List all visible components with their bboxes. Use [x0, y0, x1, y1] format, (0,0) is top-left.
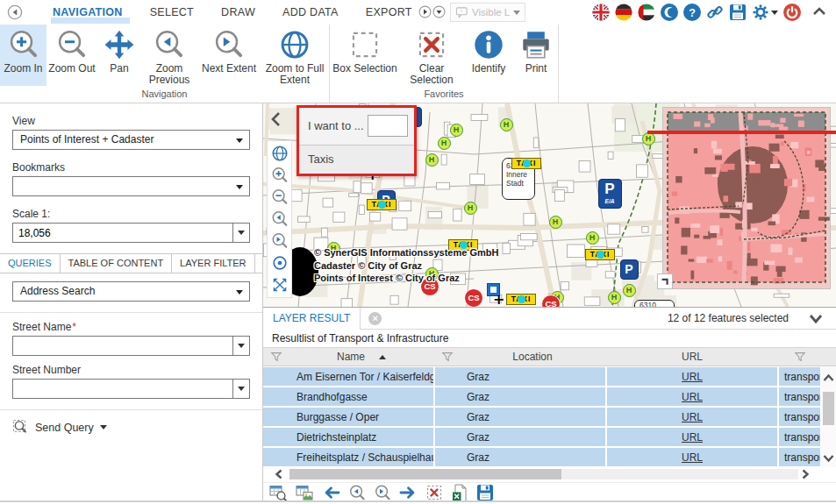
collapse-result-icon[interactable] — [808, 313, 824, 324]
scroll-down-icon[interactable] — [821, 453, 836, 464]
box-selection-button[interactable]: Box Selection — [330, 25, 400, 86]
menu-item-export[interactable]: EXPORT — [364, 1, 414, 24]
night-mode-icon[interactable] — [661, 4, 678, 21]
zoom-to-results-icon[interactable] — [269, 484, 288, 502]
table-row[interactable]: Freiheitsplatz / SchauspielhausGrazURLtr… — [263, 448, 820, 466]
transit-stop-marker[interactable]: H — [450, 124, 463, 137]
previous-result-icon[interactable] — [348, 484, 366, 501]
transit-stop-marker[interactable]: H — [549, 216, 562, 229]
carsharing-marker[interactable]: CS — [464, 288, 483, 307]
street-name-input[interactable] — [12, 336, 232, 356]
column-header-location[interactable]: Location — [460, 348, 605, 366]
table-row[interactable]: DietrichsteinplatzGrazURLtransport — [263, 428, 820, 446]
menu-dropdown-icon[interactable] — [432, 5, 446, 18]
map-canvas[interactable]: HHHHHHHHHHHHHPE/APPPCSCSCSTAXITAXITAXITA… — [263, 103, 836, 307]
tab-table-of-content[interactable]: TABLE OF CONTENT — [61, 254, 173, 273]
taxi-marker[interactable]: TAXI — [367, 199, 397, 210]
street-number-input[interactable] — [12, 379, 232, 399]
map-zoom-in-icon[interactable] — [271, 167, 289, 184]
taxi-marker[interactable]: TAXI — [506, 294, 536, 305]
filter-icon[interactable] — [441, 351, 454, 363]
zoom-in-button[interactable]: Zoom In — [0, 25, 46, 86]
menu-item-navigation[interactable]: NAVIGATION — [51, 1, 125, 24]
parking-marker[interactable]: P — [620, 259, 639, 280]
column-header-url[interactable]: URL — [607, 348, 777, 366]
zoom-previous-button[interactable]: Zoom Previous — [141, 25, 197, 86]
taxi-marker[interactable]: TAXI — [585, 249, 615, 260]
filter-icon[interactable] — [270, 351, 282, 363]
next-extent-button[interactable]: Next Extent — [197, 25, 261, 86]
url-link[interactable]: URL — [682, 391, 703, 403]
back-icon[interactable] — [7, 4, 23, 20]
bookmarks-select[interactable] — [12, 176, 250, 196]
scrollbar-thumb[interactable] — [823, 392, 834, 425]
save-results-icon[interactable] — [476, 484, 494, 501]
street-number-dropdown-button[interactable] — [232, 379, 250, 399]
transit-stop-marker[interactable]: H — [500, 118, 513, 131]
menu-item-add-data[interactable]: ADD DATA — [281, 1, 340, 24]
scroll-right-icon[interactable] — [800, 468, 811, 480]
crosshair-marker[interactable]: + — [493, 295, 504, 305]
overview-collapse-icon[interactable] — [657, 273, 673, 289]
collapse-panel-icon[interactable] — [269, 110, 282, 128]
transit-stop-marker[interactable]: H — [623, 284, 636, 297]
parking-marker[interactable]: PE/A — [598, 179, 622, 209]
i-want-to-item-taxis[interactable]: Taxis — [299, 145, 414, 174]
zoom-out-button[interactable]: Zoom Out — [46, 25, 97, 86]
table-row[interactable]: Burggasse / OperGrazURLtransport — [263, 408, 820, 426]
clear-result-selection-icon[interactable] — [425, 484, 443, 501]
transit-stop-marker[interactable]: H — [464, 202, 477, 215]
scale-dropdown-button[interactable] — [232, 223, 250, 243]
next-result-icon[interactable] — [374, 484, 391, 501]
filter-icon[interactable] — [794, 351, 806, 363]
menu-item-select[interactable]: SELECT — [148, 1, 196, 24]
visible-layers-dropdown[interactable]: Visible Layers — [450, 3, 525, 22]
help-icon[interactable]: ? — [683, 4, 701, 21]
save-session-icon[interactable] — [729, 4, 747, 21]
i-want-to-input[interactable] — [368, 115, 408, 137]
share-link-icon[interactable] — [706, 4, 724, 21]
url-link[interactable]: URL — [682, 451, 703, 464]
overview-globe-icon[interactable] — [271, 145, 289, 162]
fullscreen-icon[interactable] — [271, 276, 289, 294]
send-query-button[interactable]: Send Query — [12, 419, 107, 436]
map-zoom-previous-icon[interactable] — [271, 210, 289, 228]
transit-stop-marker[interactable]: H — [642, 132, 655, 146]
language-german-flag-icon[interactable] — [615, 4, 632, 21]
center-map-icon[interactable] — [271, 254, 289, 272]
url-link[interactable]: URL — [682, 371, 703, 383]
logout-power-icon[interactable] — [783, 4, 801, 21]
url-link[interactable]: URL — [682, 411, 703, 423]
query-type-select[interactable]: Address Search — [12, 281, 250, 302]
url-link[interactable]: URL — [682, 431, 703, 444]
taxi-marker[interactable]: TAXI — [511, 158, 541, 169]
table-row[interactable]: Am Eisernen Tor / KaiserfeldgasseGrazURL… — [263, 367, 820, 386]
tab-queries[interactable]: QUERIES — [0, 254, 61, 273]
layer-result-tab[interactable]: LAYER RESULT — [263, 308, 361, 330]
close-result-icon[interactable]: × — [368, 312, 382, 325]
first-result-icon[interactable] — [322, 486, 340, 500]
last-result-icon[interactable] — [399, 486, 418, 500]
menu-item-draw[interactable]: DRAW — [219, 1, 257, 24]
zoom-full-extent-button[interactable]: Zoom to Full Extent — [261, 25, 329, 86]
column-header-name[interactable]: Name — [289, 348, 433, 366]
language-english-flag-icon[interactable] — [592, 4, 610, 21]
print-button[interactable]: Print — [514, 25, 558, 86]
export-excel-icon[interactable] — [451, 484, 468, 502]
table-row[interactable]: BrandhofgasseGrazURLtransport — [263, 387, 820, 406]
horizontal-scrollbar[interactable] — [263, 467, 820, 481]
transit-stop-marker[interactable]: H — [586, 231, 599, 245]
transit-stop-marker[interactable]: H — [608, 291, 621, 304]
transit-stop-marker[interactable]: H — [438, 137, 451, 150]
transit-stop-marker[interactable]: H — [425, 153, 439, 167]
view-select[interactable]: Points of Interest + Cadaster — [12, 130, 250, 150]
language-arabic-flag-icon[interactable] — [638, 4, 655, 21]
menu-scroll-icon[interactable] — [418, 5, 432, 18]
scrollbar-thumb[interactable] — [289, 469, 561, 479]
tab-layer-filter[interactable]: LAYER FILTER — [172, 254, 254, 273]
clear-selection-button[interactable]: Clear Selection — [400, 25, 463, 86]
settings-menu[interactable] — [752, 4, 778, 21]
scale-input[interactable] — [12, 223, 232, 243]
scroll-up-icon[interactable] — [821, 373, 836, 383]
vertical-scrollbar[interactable] — [821, 367, 836, 467]
